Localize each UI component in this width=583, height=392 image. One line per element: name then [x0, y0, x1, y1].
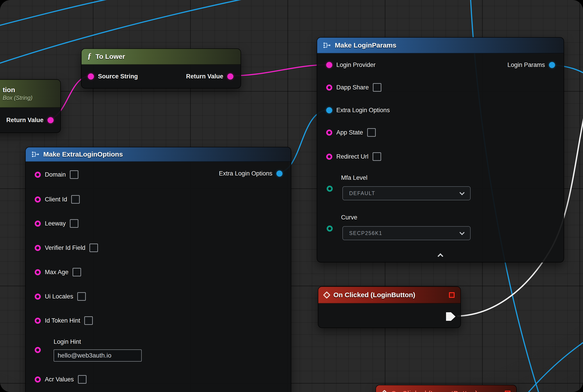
- collapse-node-button[interactable]: [432, 252, 448, 261]
- app-state-checkbox[interactable]: [367, 128, 376, 137]
- id-token-hint-checkbox[interactable]: [84, 316, 93, 325]
- mfa-level-value: DEFAULT: [349, 190, 460, 196]
- acr-values-pin[interactable]: [35, 376, 41, 382]
- verifier-id-field-pin[interactable]: [35, 245, 41, 251]
- max-age-label: Max Age: [45, 269, 68, 276]
- leeway-checkbox[interactable]: [70, 219, 78, 228]
- max-age-pin[interactable]: [35, 269, 41, 275]
- partial-node-title: tion: [3, 86, 15, 94]
- to-lower-title: To Lower: [96, 53, 125, 60]
- redirect-url-pin[interactable]: [326, 154, 332, 160]
- dapp-share-label: Dapp Share: [336, 84, 369, 91]
- on-clicked-logoutbutton-node[interactable]: On Clicked (LogoutButton): [376, 385, 517, 392]
- make-loginparams-title: Make LoginParams: [335, 42, 396, 49]
- extra-login-options-in-pin[interactable]: [326, 107, 332, 113]
- function-icon: ƒ: [88, 52, 92, 60]
- login-provider-pin[interactable]: [326, 62, 332, 68]
- on-clicked-loginbutton-node[interactable]: On Clicked (LoginButton): [318, 286, 461, 328]
- domain-pin[interactable]: [35, 172, 41, 178]
- mfa-level-dropdown[interactable]: DEFAULT: [342, 186, 470, 200]
- login-provider-label: Login Provider: [336, 62, 376, 68]
- make-struct-icon: [32, 151, 39, 158]
- acr-values-label: Acr Values: [45, 376, 74, 383]
- ui-locales-label: Ui Locales: [45, 293, 73, 300]
- delegate-red-square-icon[interactable]: [505, 391, 510, 392]
- login-hint-input[interactable]: [54, 350, 142, 362]
- curve-pin[interactable]: [327, 226, 333, 232]
- id-token-hint-pin[interactable]: [35, 318, 41, 324]
- wire-blue-bottom-right[interactable]: [524, 338, 583, 392]
- to-lower-return-label: Return Value: [186, 73, 223, 80]
- leeway-pin[interactable]: [35, 220, 41, 227]
- max-age-checkbox[interactable]: [72, 268, 81, 276]
- curve-label: Curve: [341, 214, 357, 221]
- domain-checkbox[interactable]: [70, 170, 78, 179]
- make-extraloginoptions-node[interactable]: Make ExtraLoginOptions Domain Client Id …: [25, 147, 291, 392]
- login-hint-pin[interactable]: [35, 347, 41, 353]
- curve-dropdown[interactable]: SECP256K1: [342, 226, 470, 240]
- make-extraloginoptions-title: Make ExtraLoginOptions: [43, 150, 123, 158]
- to-lower-return-pin[interactable]: [227, 74, 234, 80]
- app-state-label: App State: [336, 129, 363, 136]
- on-clicked-logout-title: On Clicked (LogoutButton): [391, 390, 477, 392]
- ui-locales-checkbox[interactable]: [77, 292, 86, 301]
- mfa-level-label: Mfa Level: [341, 174, 368, 181]
- client-id-pin[interactable]: [35, 196, 41, 202]
- acr-values-checkbox[interactable]: [78, 375, 86, 384]
- wire-magenta-tolower-to-loginprovider[interactable]: [228, 65, 329, 76]
- source-string-label: Source String: [98, 73, 138, 80]
- login-params-out-pin[interactable]: [549, 62, 555, 68]
- chevron-up-icon: [438, 253, 443, 259]
- app-state-pin[interactable]: [326, 130, 332, 136]
- client-id-label: Client Id: [45, 196, 67, 203]
- domain-label: Domain: [45, 171, 66, 178]
- partial-left-node[interactable]: tion Box (String) Return Value: [0, 79, 61, 133]
- make-loginparams-node[interactable]: Make LoginParams Login Provider Dapp Sha…: [317, 37, 564, 262]
- ui-locales-pin[interactable]: [35, 294, 41, 300]
- client-id-checkbox[interactable]: [71, 195, 80, 204]
- login-params-out-label: Login Params: [507, 62, 545, 68]
- blueprint-graph-canvas[interactable]: tion Box (String) Return Value ƒ To Lowe…: [0, 0, 583, 392]
- login-hint-label: Login Hint: [54, 338, 81, 345]
- id-token-hint-label: Id Token Hint: [45, 317, 80, 324]
- wire-blue-topleft-short[interactable]: [0, 0, 140, 27]
- chevron-down-icon: [460, 190, 465, 195]
- dapp-share-pin[interactable]: [326, 84, 332, 90]
- extra-login-options-out-label: Extra Login Options: [219, 170, 272, 177]
- return-value-pin[interactable]: [48, 117, 54, 123]
- exec-output-pin[interactable]: [446, 312, 456, 321]
- extra-login-options-in-label: Extra Login Options: [336, 107, 390, 114]
- curve-value: SECP256K1: [349, 230, 460, 236]
- return-value-label: Return Value: [6, 117, 44, 124]
- partial-node-subtitle: Box (String): [3, 94, 32, 101]
- event-diamond-icon: [381, 390, 388, 392]
- to-lower-node[interactable]: ƒ To Lower Source String Return Value: [81, 48, 241, 88]
- verifier-id-field-checkbox[interactable]: [90, 244, 98, 252]
- event-diamond-icon: [323, 291, 330, 299]
- redirect-url-label: Redirect Url: [336, 153, 368, 160]
- dapp-share-checkbox[interactable]: [373, 83, 382, 92]
- make-struct-icon: [323, 42, 331, 49]
- redirect-url-checkbox[interactable]: [372, 152, 381, 161]
- mfa-level-pin[interactable]: [327, 186, 333, 192]
- delegate-red-square-icon[interactable]: [449, 292, 454, 298]
- chevron-down-icon: [460, 230, 465, 235]
- extra-login-options-out-pin[interactable]: [276, 170, 282, 177]
- leeway-label: Leeway: [45, 220, 66, 227]
- on-clicked-login-title: On Clicked (LoginButton): [334, 291, 415, 299]
- verifier-id-field-label: Verifier Id Field: [45, 244, 86, 252]
- source-string-pin[interactable]: [88, 74, 94, 80]
